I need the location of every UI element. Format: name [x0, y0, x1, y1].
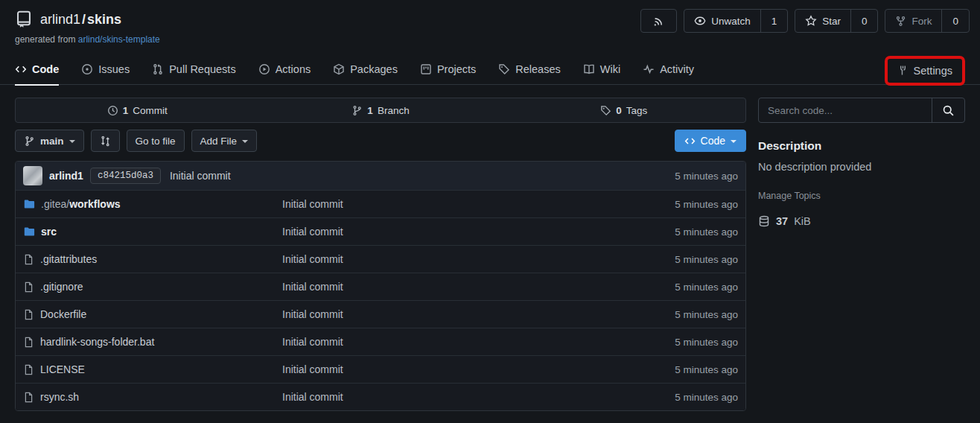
- file-path: rsync.sh: [40, 391, 79, 403]
- folder-icon: [23, 198, 35, 210]
- file-commit-time: 5 minutes ago: [675, 226, 738, 238]
- tab-actions[interactable]: Actions: [258, 54, 311, 85]
- code-download-button[interactable]: Code: [675, 130, 746, 152]
- file-commit-message-link[interactable]: Initial commit: [282, 198, 675, 210]
- file-commit-message-link[interactable]: Initial commit: [282, 391, 675, 403]
- file-path: .gitattributes: [40, 253, 97, 265]
- latest-commit-row: arlind1 c84215d0a3 Initial commit 5 minu…: [16, 162, 745, 190]
- file-commit-message-link[interactable]: Initial commit: [282, 226, 675, 238]
- file-row[interactable]: rsync.sh Initial commit 5 minutes ago: [16, 383, 745, 410]
- fork-label: Fork: [911, 16, 932, 27]
- tab-packages[interactable]: Packages: [333, 54, 398, 85]
- file-row[interactable]: .gitattributes Initial commit 5 minutes …: [16, 245, 745, 273]
- file-name-link: Dockerfile: [40, 308, 86, 320]
- file-icon: [23, 392, 34, 403]
- file-row[interactable]: Dockerfile Initial commit 5 minutes ago: [16, 300, 745, 328]
- commit-sha-link[interactable]: c84215d0a3: [90, 168, 161, 184]
- file-commit-message-link[interactable]: Initial commit: [282, 253, 675, 265]
- file-toolbar: main Go to file Add File: [15, 130, 746, 152]
- description-heading: Description: [758, 139, 965, 153]
- file-row[interactable]: hardlink-songs-folder.bat Initial commit…: [16, 328, 745, 355]
- file-commit-time: 5 minutes ago: [675, 337, 738, 348]
- template-repo-link[interactable]: arlind/skins-template: [78, 34, 160, 45]
- file-commit-time: 5 minutes ago: [675, 254, 738, 265]
- package-icon: [333, 63, 345, 75]
- tab-code[interactable]: Code: [15, 54, 59, 85]
- chevron-down-icon: [69, 140, 75, 143]
- description-text: No description provided: [758, 161, 965, 173]
- search-input[interactable]: [759, 98, 932, 122]
- repo-owner-link[interactable]: arlind1: [40, 12, 80, 27]
- tab-releases[interactable]: Releases: [498, 54, 560, 85]
- tag-label: Tags: [626, 105, 648, 116]
- repo-page: arlind1/skins generated from arlind/skin…: [0, 0, 980, 423]
- page-title: arlind1/skins: [40, 12, 121, 28]
- watch-count[interactable]: 1: [760, 10, 788, 32]
- tab-settings[interactable]: Settings: [897, 65, 952, 77]
- commit-time: 5 minutes ago: [675, 171, 738, 182]
- avatar[interactable]: [23, 166, 42, 185]
- fork-count[interactable]: 0: [941, 10, 969, 32]
- file-path: .gitignore: [40, 281, 83, 293]
- repo-name-link[interactable]: skins: [87, 12, 121, 27]
- rss-button[interactable]: [640, 9, 677, 33]
- tab-activity[interactable]: Activity: [643, 54, 694, 85]
- fork-button[interactable]: Fork: [885, 10, 941, 32]
- file-row[interactable]: .gitea/workflows Initial commit 5 minute…: [16, 190, 745, 217]
- file-name-link: rsync.sh: [40, 391, 79, 403]
- title-separator: /: [80, 12, 87, 27]
- tab-issues[interactable]: Issues: [81, 54, 130, 85]
- chevron-down-icon: [242, 140, 248, 143]
- branch-label: Branch: [378, 105, 410, 116]
- add-file-button[interactable]: Add File: [191, 130, 258, 152]
- tags-link[interactable]: 0 Tags: [502, 105, 745, 116]
- commits-link[interactable]: 1 Commit: [16, 105, 259, 116]
- unwatch-button[interactable]: Unwatch: [684, 10, 760, 32]
- manage-topics-link[interactable]: Manage Topics: [758, 191, 965, 201]
- file-icon: [23, 337, 34, 348]
- fork-group: Fork 0: [885, 9, 970, 33]
- file-commit-message-link[interactable]: Initial commit: [282, 281, 675, 293]
- file-icon: [23, 254, 34, 265]
- tag-count: 0: [616, 105, 622, 116]
- file-path-prefix: .gitea/: [41, 198, 69, 210]
- file-commit-message-link[interactable]: Initial commit: [282, 363, 675, 375]
- tab-label: Pull Requests: [169, 63, 235, 75]
- branches-link[interactable]: 1 Branch: [259, 105, 503, 116]
- file-row[interactable]: src Initial commit 5 minutes ago: [16, 217, 745, 245]
- file-row[interactable]: LICENSE Initial commit 5 minutes ago: [16, 355, 745, 383]
- star-icon: [805, 15, 817, 27]
- tab-wiki[interactable]: Wiki: [583, 54, 620, 85]
- file-commit-message-link[interactable]: Initial commit: [282, 336, 675, 348]
- file-row[interactable]: .gitignore Initial commit 5 minutes ago: [16, 273, 745, 300]
- tab-projects[interactable]: Projects: [420, 54, 476, 85]
- generated-from-label: generated from: [15, 34, 75, 45]
- repo-size: 37 KiB: [758, 215, 965, 227]
- file-commit-time: 5 minutes ago: [675, 392, 738, 403]
- file-table: arlind1 c84215d0a3 Initial commit 5 minu…: [15, 161, 746, 411]
- file-path: LICENSE: [40, 363, 85, 375]
- search-button[interactable]: [932, 98, 964, 122]
- file-icon: [23, 309, 34, 320]
- code-icon: [684, 136, 696, 147]
- eye-icon: [694, 15, 706, 27]
- file-commit-message-link[interactable]: Initial commit: [282, 308, 675, 320]
- project-board-icon: [420, 63, 432, 75]
- star-count[interactable]: 0: [850, 10, 878, 32]
- play-circle-icon: [258, 63, 270, 75]
- file-commit-time: 5 minutes ago: [675, 282, 738, 293]
- file-name-cell: .gitattributes: [23, 253, 282, 265]
- repo-nav-tabs: Code Issues Pull Requests: [0, 54, 980, 85]
- commit-author-link[interactable]: arlind1: [49, 170, 83, 182]
- star-button[interactable]: Star: [795, 10, 850, 32]
- commit-message-link[interactable]: Initial commit: [170, 170, 231, 182]
- file-icon: [23, 364, 34, 375]
- compare-branches-button[interactable]: [91, 130, 120, 152]
- tab-label: Actions: [276, 63, 311, 75]
- go-to-file-button[interactable]: Go to file: [127, 130, 185, 152]
- compare-icon: [100, 136, 111, 147]
- file-path: hardlink-songs-folder.bat: [40, 336, 154, 348]
- tab-pull-requests[interactable]: Pull Requests: [152, 54, 235, 85]
- branch-selector[interactable]: main: [15, 130, 84, 152]
- search-icon: [942, 104, 955, 117]
